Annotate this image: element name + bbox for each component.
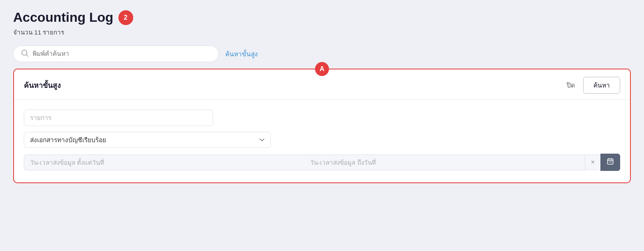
svg-rect-7 xyxy=(610,162,611,163)
search-input-wrap[interactable] xyxy=(13,46,219,62)
date-from-input[interactable] xyxy=(24,154,304,170)
clear-icon: × xyxy=(591,159,595,166)
search-button[interactable]: ค้นหา xyxy=(583,77,620,94)
page-title: Accounting Log xyxy=(13,10,114,25)
svg-rect-2 xyxy=(607,159,613,164)
svg-rect-6 xyxy=(609,162,609,163)
svg-line-1 xyxy=(26,55,28,56)
panel-title: ค้นหาขั้นสูง xyxy=(24,80,61,91)
panel-actions: ปิด ค้นหา xyxy=(563,77,620,94)
search-icon xyxy=(21,49,28,58)
svg-rect-8 xyxy=(611,162,612,163)
date-clear-button[interactable]: × xyxy=(585,154,600,170)
advanced-search-link[interactable]: ค้นหาขั้นสูง xyxy=(225,49,258,59)
page-header: Accounting Log 2 xyxy=(13,10,631,25)
advanced-search-panel: A ค้นหาขั้นสูง ปิด ค้นหา ส่งเอกสารทางบัญ… xyxy=(13,69,631,183)
close-button[interactable]: ปิด xyxy=(563,78,578,92)
calendar-icon xyxy=(607,158,614,167)
date-range-row: × xyxy=(24,154,620,171)
date-to-input[interactable] xyxy=(304,154,584,170)
panel-badge-a: A xyxy=(315,62,329,76)
search-bar-row: ค้นหาขั้นสูง xyxy=(13,46,631,62)
subtitle: จำนวน 11 รายการ xyxy=(13,28,631,37)
item-field[interactable] xyxy=(24,110,213,126)
type-select[interactable]: ส่งเอกสารทางบัญชีเรียบร้อย รับเอกสาร ตรว… xyxy=(24,132,271,148)
panel-body: ส่งเอกสารทางบัญชีเรียบร้อย รับเอกสาร ตรว… xyxy=(14,100,630,182)
count-badge: 2 xyxy=(118,10,133,25)
search-input[interactable] xyxy=(32,50,211,58)
date-calendar-button[interactable] xyxy=(600,154,620,171)
